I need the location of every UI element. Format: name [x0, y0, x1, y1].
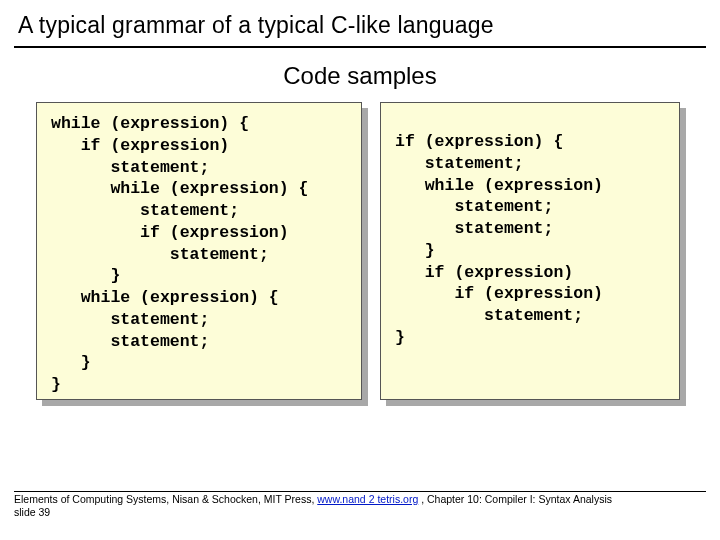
code-text: if (expression) { statement; while (expr… — [395, 131, 667, 349]
code-box: while (expression) { if (expression) sta… — [36, 102, 362, 400]
title-rule — [14, 46, 706, 48]
subtitle: Code samples — [0, 62, 720, 90]
code-text: while (expression) { if (expression) sta… — [51, 113, 349, 396]
footer-text-post: , Chapter 10: Compiler I: Syntax Analysi… — [418, 493, 612, 505]
footer-text-pre: Elements of Computing Systems, Nisan & S… — [14, 493, 317, 505]
page-title: A typical grammar of a typical C-like la… — [18, 12, 494, 39]
footer: Elements of Computing Systems, Nisan & S… — [14, 493, 706, 520]
code-sample-left: while (expression) { if (expression) sta… — [36, 102, 362, 400]
footer-link[interactable]: www.nand 2 tetris.org — [317, 493, 418, 505]
slide: A typical grammar of a typical C-like la… — [0, 0, 720, 540]
footer-slide-number: slide 39 — [14, 506, 50, 518]
code-sample-right: if (expression) { statement; while (expr… — [380, 102, 680, 400]
code-box: if (expression) { statement; while (expr… — [380, 102, 680, 400]
